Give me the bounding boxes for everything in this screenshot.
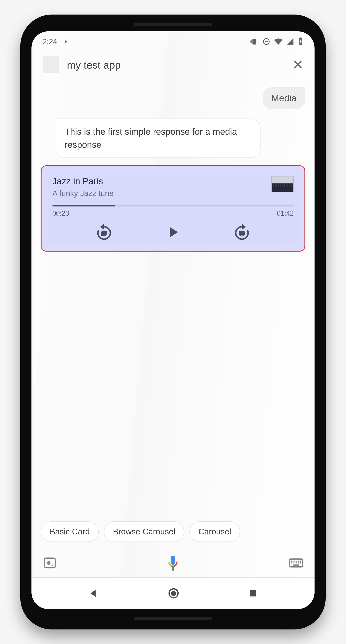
play-button[interactable] xyxy=(165,224,181,240)
chip-browse-carousel[interactable]: Browse Carousel xyxy=(104,522,184,542)
vibrate-icon xyxy=(251,38,258,46)
play-indicator-icon xyxy=(63,39,68,44)
app-icon xyxy=(43,56,59,73)
nav-home-button[interactable] xyxy=(168,587,180,599)
assistant-message-bubble: This is the first simple response for a … xyxy=(56,118,261,158)
cell-signal-icon xyxy=(287,38,294,45)
forward-30-button[interactable]: 30 xyxy=(233,223,251,242)
dnd-icon xyxy=(262,38,270,46)
chip-basic-card[interactable]: Basic Card xyxy=(41,522,99,542)
user-message-bubble: Media xyxy=(263,87,305,109)
status-time: 2:24 xyxy=(43,38,57,46)
nav-back-button[interactable] xyxy=(88,588,99,598)
screen: 2:24 xyxy=(31,31,315,609)
svg-text:30: 30 xyxy=(239,231,245,236)
lens-icon[interactable] xyxy=(43,556,57,571)
phone-frame: 2:24 xyxy=(20,14,326,630)
svg-point-23 xyxy=(171,591,176,596)
assistant-input-bar xyxy=(31,549,315,577)
chip-carousel[interactable]: Carousel xyxy=(189,522,240,542)
phone-speaker-bottom xyxy=(134,617,212,620)
nav-recent-button[interactable] xyxy=(248,589,258,598)
svg-rect-24 xyxy=(250,590,256,596)
media-card-highlight: Jazz in Paris A funky Jazz tune 00:23 01… xyxy=(41,165,305,252)
media-subtitle: A funky Jazz tune xyxy=(52,189,266,198)
system-nav-bar xyxy=(31,577,315,609)
wifi-icon xyxy=(274,38,283,46)
close-icon[interactable] xyxy=(290,57,305,73)
status-bar: 2:24 xyxy=(31,31,315,52)
battery-charging-icon xyxy=(298,38,303,46)
app-title: my test app xyxy=(67,59,283,71)
suggestion-chips-row: Basic Card Browse Carousel Carousel xyxy=(31,522,315,549)
media-title: Jazz in Paris xyxy=(52,176,266,186)
media-progress-track[interactable] xyxy=(52,205,294,206)
conversation-area: Media This is the first simple response … xyxy=(31,78,315,522)
svg-point-8 xyxy=(51,564,53,566)
media-card: Jazz in Paris A funky Jazz tune 00:23 01… xyxy=(47,170,299,245)
phone-speaker xyxy=(134,23,212,26)
svg-text:10: 10 xyxy=(101,231,107,236)
media-time-total: 01:42 xyxy=(277,210,294,217)
media-time-elapsed: 00:23 xyxy=(52,210,69,217)
media-thumbnail xyxy=(271,176,294,192)
keyboard-icon[interactable] xyxy=(289,558,303,569)
mic-icon[interactable] xyxy=(164,554,182,572)
svg-point-7 xyxy=(47,561,51,565)
media-progress-fill xyxy=(52,205,115,206)
rewind-10-button[interactable]: 10 xyxy=(95,223,113,242)
app-header: my test app xyxy=(31,52,315,78)
